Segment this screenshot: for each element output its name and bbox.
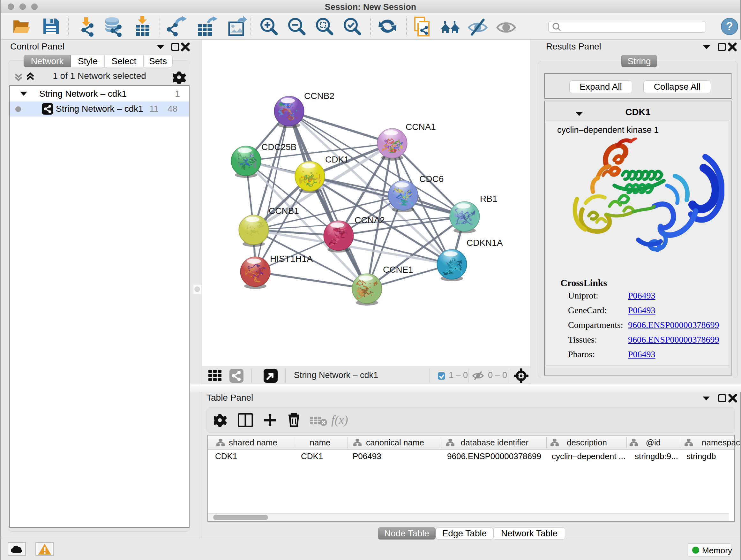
svg-text:RB1: RB1	[480, 194, 497, 204]
svg-text:CDC6: CDC6	[419, 174, 444, 184]
svg-text:CDC25B: CDC25B	[261, 142, 296, 152]
svg-text:?: ?	[726, 20, 733, 33]
svg-text:CCNB2: CCNB2	[304, 91, 334, 101]
svg-text:CDKN1A: CDKN1A	[467, 238, 503, 248]
svg-text:CDK1: CDK1	[325, 154, 349, 165]
svg-text:CCNB1: CCNB1	[269, 206, 299, 216]
svg-text:CCNA1: CCNA1	[406, 122, 436, 132]
svg-text:HIST1H1A: HIST1H1A	[270, 254, 313, 264]
svg-text:CCNA2: CCNA2	[354, 215, 385, 225]
svg-text:CCNE1: CCNE1	[383, 265, 413, 274]
